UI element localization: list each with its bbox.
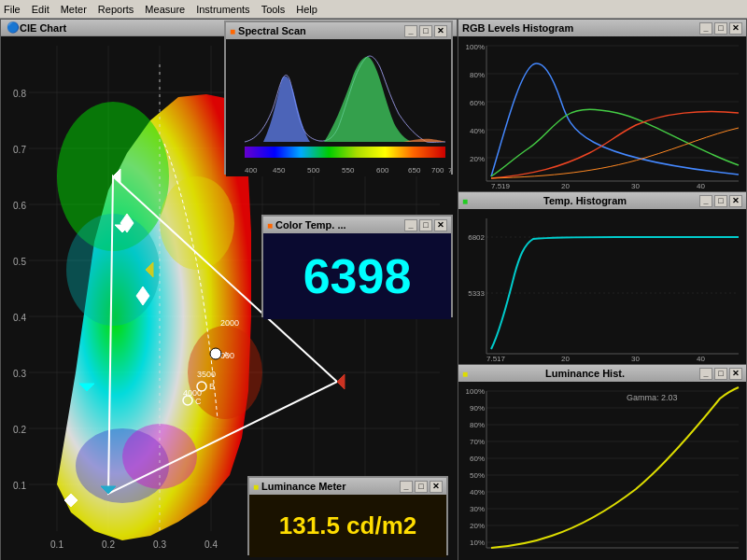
cie-title-label: CIE Chart: [20, 22, 66, 34]
svg-text:100%: 100%: [466, 43, 485, 51]
svg-text:20%: 20%: [470, 155, 485, 163]
rgb-chart: 100% 80% 60% 40% 20% 7.519 20 30 40: [458, 36, 746, 192]
rgb-content: 100% 80% 60% 40% 20% 7.519 20 30 40: [458, 36, 746, 192]
menu-edit[interactable]: Edit: [32, 4, 49, 15]
svg-text:B: B: [209, 382, 215, 391]
temp-icon: ■: [462, 196, 468, 206]
svg-text:600: 600: [376, 166, 389, 175]
spectral-close-btn[interactable]: ✕: [434, 25, 447, 37]
svg-text:60%: 60%: [470, 99, 485, 107]
svg-text:80%: 80%: [470, 71, 485, 79]
svg-text:0.3: 0.3: [153, 539, 166, 550]
svg-text:3500: 3500: [197, 370, 216, 379]
svg-text:70%: 70%: [470, 438, 485, 446]
menu-help[interactable]: Help: [296, 4, 317, 15]
temp-minimize-btn[interactable]: _: [699, 195, 712, 207]
colortemp-minimize-btn[interactable]: _: [404, 219, 417, 231]
svg-text:550: 550: [342, 166, 355, 175]
lummeter-maximize-btn[interactable]: □: [415, 481, 428, 493]
lum-panel-buttons: _ □ ✕: [699, 368, 742, 380]
colortemp-buttons: _ □ ✕: [404, 219, 447, 231]
temp-title-label: Temp. Histogram: [543, 195, 627, 206]
cie-icon: 🔵: [7, 21, 20, 34]
colortemp-icon: ■: [267, 220, 273, 231]
spectral-maximize-btn[interactable]: □: [419, 25, 432, 37]
lum-maximize-btn[interactable]: □: [714, 368, 727, 380]
svg-text:C: C: [195, 397, 202, 406]
svg-text:30%: 30%: [470, 505, 485, 513]
svg-text:40%: 40%: [470, 127, 485, 135]
svg-text:7.517: 7.517: [486, 355, 506, 363]
menu-meter[interactable]: Meter: [61, 4, 87, 15]
svg-text:40: 40: [697, 355, 705, 363]
rgb-close-btn[interactable]: ✕: [729, 22, 742, 35]
spectral-title: ■ Spectral Scan _ □ ✕: [226, 22, 451, 39]
rgb-histogram-panel: RGB Levels Histogram _ □ ✕: [458, 19, 747, 191]
colortemp-maximize-btn[interactable]: □: [419, 219, 432, 231]
menu-reports[interactable]: Reports: [98, 4, 134, 15]
lummeter-icon: ■: [253, 482, 259, 492]
lum-panel-title: ■ Luminance Hist. _ □ ✕: [458, 365, 746, 382]
right-panels: RGB Levels Histogram _ □ ✕: [458, 19, 747, 560]
temp-panel-title: ■ Temp. Histogram _ □ ✕: [458, 192, 746, 209]
svg-text:2000: 2000: [220, 318, 239, 328]
lum-icon: ■: [462, 369, 468, 379]
menu-file[interactable]: File: [4, 4, 21, 15]
svg-text:750: 750: [448, 166, 451, 175]
svg-text:650: 650: [408, 166, 421, 175]
temp-histogram-panel: ■ Temp. Histogram _ □ ✕ 6802: [458, 191, 747, 364]
svg-text:0.4: 0.4: [13, 313, 26, 323]
svg-text:0.5: 0.5: [13, 257, 26, 267]
svg-text:0.2: 0.2: [13, 425, 26, 435]
lum-chart: 100% 90% 80% 70% 60% 50% 40% 30% 20% 10%…: [458, 382, 746, 560]
lummeter-close-btn[interactable]: ✕: [430, 481, 443, 493]
svg-rect-75: [458, 209, 746, 365]
svg-text:20: 20: [561, 182, 570, 190]
colortemp-close-btn[interactable]: ✕: [434, 219, 447, 231]
svg-point-42: [210, 348, 221, 359]
temp-close-btn[interactable]: ✕: [729, 195, 742, 207]
lummeter-value: 131.5 cd/m2: [279, 511, 416, 540]
svg-text:0.2: 0.2: [102, 539, 115, 550]
svg-text:80%: 80%: [470, 421, 485, 429]
menu-instruments[interactable]: Instruments: [196, 4, 249, 15]
colortemp-title: ■ Color Temp. ... _ □ ✕: [263, 217, 451, 233]
svg-text:0.1: 0.1: [13, 481, 26, 491]
rgb-panel-buttons: _ □ ✕: [699, 22, 742, 35]
spectral-buttons: _ □ ✕: [404, 25, 447, 37]
rgb-panel-title: RGB Levels Histogram _ □ ✕: [458, 20, 746, 36]
rgb-minimize-btn[interactable]: _: [699, 22, 712, 35]
svg-text:0.7: 0.7: [13, 145, 26, 155]
lum-close-btn[interactable]: ✕: [729, 368, 742, 380]
svg-text:0.4: 0.4: [204, 539, 218, 550]
svg-text:0.6: 0.6: [13, 201, 26, 211]
svg-text:90%: 90%: [470, 404, 485, 413]
spectral-minimize-btn[interactable]: _: [404, 25, 417, 37]
menu-tools[interactable]: Tools: [261, 4, 286, 15]
temp-content: 6802 5333 7.517 20 30 40: [458, 209, 746, 365]
svg-text:6802: 6802: [468, 233, 485, 242]
lummeter-title: ■ Luminance Meter _ □ ✕: [249, 478, 446, 495]
svg-text:30: 30: [631, 355, 640, 363]
svg-text:0.3: 0.3: [13, 369, 26, 379]
svg-text:100%: 100%: [466, 387, 485, 396]
lummeter-minimize-btn[interactable]: _: [400, 481, 413, 493]
lummeter-buttons: _ □ ✕: [400, 481, 443, 493]
temp-maximize-btn[interactable]: □: [714, 195, 727, 207]
svg-rect-86: [458, 382, 746, 560]
rgb-maximize-btn[interactable]: □: [714, 22, 727, 35]
spectral-icon: ■: [230, 26, 235, 36]
svg-text:5333: 5333: [468, 289, 485, 298]
lum-content: 100% 90% 80% 70% 60% 50% 40% 30% 20% 10%…: [458, 382, 746, 560]
svg-text:10%: 10%: [470, 539, 485, 547]
lum-minimize-btn[interactable]: _: [699, 368, 712, 380]
svg-text:40: 40: [697, 182, 705, 190]
colortemp-content: 6398: [263, 233, 451, 319]
svg-text:0.8: 0.8: [13, 89, 26, 99]
spectral-content: 400 450 500 550 600 650 700 750: [226, 39, 451, 176]
menu-measure[interactable]: Measure: [145, 4, 185, 15]
svg-text:0.1: 0.1: [50, 539, 63, 550]
svg-text:450: 450: [273, 166, 286, 175]
temp-panel-buttons: _ □ ✕: [699, 195, 742, 207]
spectral-panel: ■ Spectral Scan _ □ ✕: [224, 21, 453, 175]
